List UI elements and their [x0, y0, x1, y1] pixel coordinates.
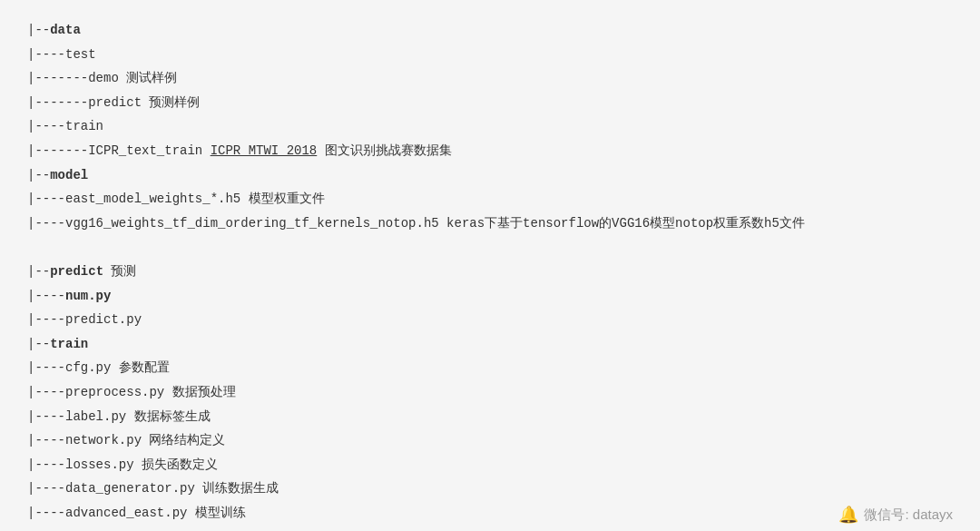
line-network-py: |----network.py 网络结构定义 — [27, 428, 953, 453]
watermark: 🔔 微信号: datayx — [838, 505, 953, 525]
watermark-label: 微信号: datayx — [864, 506, 953, 524]
line-data-generator-py: |----data_generator.py 训练数据生成 — [27, 477, 953, 501]
line-cfg-py: |----cfg.py 参数配置 — [27, 356, 953, 380]
line-predict-py: |----predict.py — [27, 308, 953, 332]
line-predict-section: |--predict 预测 — [27, 260, 953, 284]
line-advanced-east-py: |----advanced_east.py 模型训练 — [27, 501, 953, 526]
empty-line — [27, 235, 953, 260]
line-demo: |-------demo 测试样例 — [27, 66, 953, 91]
line-test: |----test — [27, 43, 953, 67]
predict-bold: predict — [50, 264, 103, 279]
model-bold: model — [50, 168, 88, 182]
line-icpr: |-------ICPR_text_train ICPR_MTWI_2018 图… — [27, 139, 953, 163]
line-preprocess-py: |----preprocess.py 数据预处理 — [27, 380, 953, 405]
line-data: |--data — [27, 18, 953, 43]
line-vgg16-weights: |----vgg16_weights_tf_dim_ordering_tf_ke… — [27, 211, 953, 236]
data-bold: data — [50, 23, 81, 37]
train-bold: train — [50, 337, 88, 351]
line-predict-data: |-------predict 预测样例 — [27, 91, 953, 115]
line-east-weights: |----east_model_weights_*.h5 模型权重文件 — [27, 187, 953, 211]
line-train-data: |----train — [27, 114, 953, 139]
wechat-icon: 🔔 — [838, 505, 858, 525]
line-train-section: |--train — [27, 332, 953, 357]
line-model: |--model — [27, 163, 953, 188]
line-num-py: |----num.py — [27, 284, 953, 309]
line-label-py: |----label.py 数据标签生成 — [27, 405, 953, 429]
content-area: |--data |----test |-------demo 测试样例 |---… — [27, 18, 953, 525]
icpr-underline: ICPR_MTWI_2018 — [211, 143, 318, 158]
line-losses-py: |----losses.py 损失函数定义 — [27, 453, 953, 477]
num-py-bold: num.py — [65, 289, 111, 303]
